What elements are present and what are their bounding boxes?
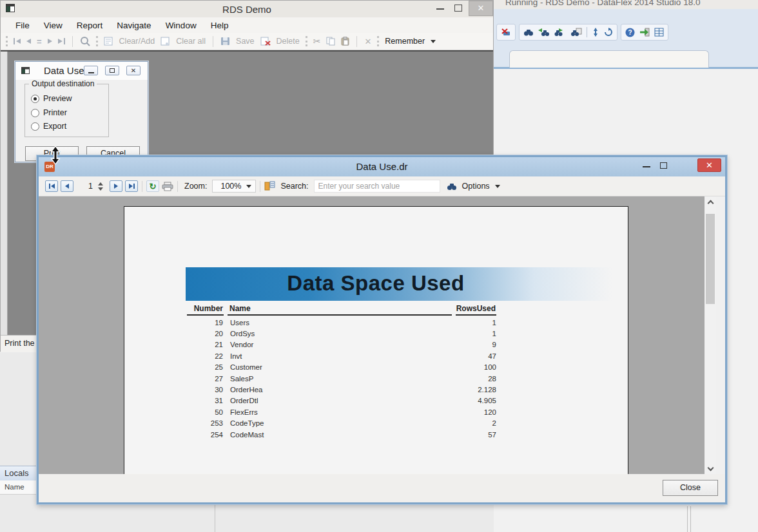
- exit-icon[interactable]: [639, 28, 650, 37]
- properties-grid-icon[interactable]: [654, 28, 664, 37]
- report-table-body: 19Users120OrdSys121Vendor922Invt4725Cust…: [187, 317, 496, 440]
- next-record-icon[interactable]: [48, 39, 52, 44]
- toolbar-grip: [6, 36, 8, 46]
- report-titlebar[interactable]: DR Data Use.dr ✕: [39, 157, 725, 176]
- previous-page-button[interactable]: [61, 180, 73, 192]
- page-spinner[interactable]: [98, 182, 103, 191]
- zoom-select[interactable]: 100%: [212, 180, 256, 193]
- minimize-icon: [88, 72, 94, 73]
- radio-selected-icon: [31, 95, 39, 103]
- minimize-icon[interactable]: [436, 8, 444, 10]
- clear-all-label[interactable]: Clear all: [176, 37, 206, 46]
- toolbar-separator: [356, 36, 357, 47]
- data-use-dialog: Data Use ✕ Output destination Preview Pr…: [15, 61, 148, 162]
- output-destination-group: Output destination Preview Printer Expor…: [24, 84, 109, 137]
- chevron-down-icon: [707, 464, 714, 471]
- save-label[interactable]: Save: [236, 37, 255, 46]
- cut-icon[interactable]: ✂: [313, 36, 321, 46]
- radio-preview[interactable]: Preview: [31, 94, 72, 103]
- group-tree-icon[interactable]: [264, 181, 275, 191]
- scroll-up-button[interactable]: [705, 196, 716, 207]
- clear-breakpoints-icon[interactable]: [501, 28, 511, 37]
- refresh-icon[interactable]: [604, 28, 613, 37]
- remember-dropdown[interactable]: Remember: [385, 37, 425, 46]
- svg-text:?: ?: [628, 29, 632, 36]
- studio-toolbar: ?: [496, 24, 668, 41]
- dialog-titlebar[interactable]: Data Use ✕: [15, 62, 148, 80]
- find-in-files-icon[interactable]: [570, 28, 582, 37]
- maximize-icon[interactable]: [454, 5, 462, 12]
- search-input[interactable]: [314, 180, 440, 193]
- close-button[interactable]: ✕: [469, 1, 493, 16]
- menu-window[interactable]: Window: [159, 17, 204, 33]
- menu-report[interactable]: Report: [70, 17, 110, 33]
- clear-add-icon[interactable]: [104, 37, 113, 46]
- clear-all-icon[interactable]: [160, 37, 170, 46]
- find-next-icon[interactable]: [554, 28, 566, 37]
- refresh-icon: ↻: [150, 182, 157, 191]
- chevron-down-icon[interactable]: [495, 185, 500, 188]
- delete-label[interactable]: Delete: [277, 37, 300, 46]
- report-footer: [39, 474, 725, 502]
- toolbar-separator: [177, 181, 178, 192]
- delete-icon[interactable]: [260, 37, 271, 46]
- radio-icon: [31, 109, 39, 117]
- scroll-down-button[interactable]: [705, 463, 716, 474]
- close-button[interactable]: ✕: [126, 66, 141, 75]
- close-icon: ✕: [131, 68, 136, 74]
- maximize-icon[interactable]: [660, 162, 667, 169]
- find-icon[interactable]: [523, 28, 534, 37]
- copy-icon[interactable]: [326, 37, 335, 46]
- zoom-label: Zoom:: [184, 182, 207, 191]
- options-dropdown[interactable]: Options: [462, 182, 490, 191]
- dialog-icon: [21, 67, 30, 74]
- mouse-cursor: [50, 146, 61, 164]
- rds-toolbar: = Clear/Add Clear all Save Delete ✂ ✕ Re…: [1, 33, 493, 50]
- rds-titlebar[interactable]: RDS Demo ✕: [1, 1, 493, 17]
- toolbar-separator: [72, 36, 73, 47]
- current-record-icon[interactable]: =: [37, 37, 42, 46]
- minimize-icon[interactable]: [643, 166, 650, 167]
- first-page-button[interactable]: [45, 180, 58, 192]
- minimize-button[interactable]: [84, 66, 98, 75]
- menu-view[interactable]: View: [37, 17, 70, 33]
- report-close-button[interactable]: Close: [663, 480, 718, 496]
- vertical-scrollbar[interactable]: [705, 196, 716, 474]
- menu-navigate[interactable]: Navigate: [110, 17, 158, 33]
- report-preview-window: DR Data Use.dr ✕ 1 ↻ Zoom: 100% Search:: [37, 155, 727, 504]
- menu-help[interactable]: Help: [204, 17, 236, 33]
- page-number[interactable]: 1: [76, 182, 93, 191]
- radio-printer[interactable]: Printer: [31, 108, 67, 117]
- scrollbar-thumb[interactable]: [706, 214, 715, 304]
- studio-titlebar: Running - RDS Demo - DataFlex 2014 Studi…: [494, 0, 758, 9]
- chevron-down-icon[interactable]: [431, 40, 436, 43]
- panel-divider: [687, 506, 688, 532]
- binoculars-icon: [447, 182, 457, 191]
- last-record-icon[interactable]: [58, 38, 65, 44]
- cancel-x-icon[interactable]: ✕: [364, 37, 371, 46]
- first-record-icon[interactable]: [14, 38, 21, 44]
- spin-up-icon[interactable]: [98, 182, 103, 185]
- refresh-button[interactable]: ↻: [146, 180, 159, 192]
- app-icon: [6, 4, 15, 12]
- spin-down-icon[interactable]: [98, 187, 103, 191]
- radio-export[interactable]: Export: [31, 122, 66, 131]
- next-page-button[interactable]: [110, 180, 122, 192]
- help-icon[interactable]: ?: [625, 28, 635, 37]
- print-icon[interactable]: [162, 182, 173, 191]
- toolbar-separator: [142, 181, 142, 192]
- report-toolbar: 1 ↻ Zoom: 100% Search: Options: [39, 176, 725, 196]
- sort-icon[interactable]: [592, 28, 599, 37]
- toolbar-grip: [306, 36, 307, 46]
- save-icon[interactable]: [220, 37, 230, 46]
- previous-record-icon[interactable]: [26, 39, 31, 44]
- find-previous-icon[interactable]: [538, 28, 550, 37]
- find-icon[interactable]: [80, 36, 90, 46]
- menu-file[interactable]: File: [8, 17, 37, 33]
- last-page-button[interactable]: [125, 180, 138, 192]
- clear-add-label[interactable]: Clear/Add: [119, 37, 155, 46]
- restore-button[interactable]: [105, 66, 119, 75]
- paste-icon[interactable]: [341, 37, 349, 46]
- close-button[interactable]: ✕: [697, 158, 721, 172]
- table-row: 30OrderHea2.128: [187, 384, 496, 395]
